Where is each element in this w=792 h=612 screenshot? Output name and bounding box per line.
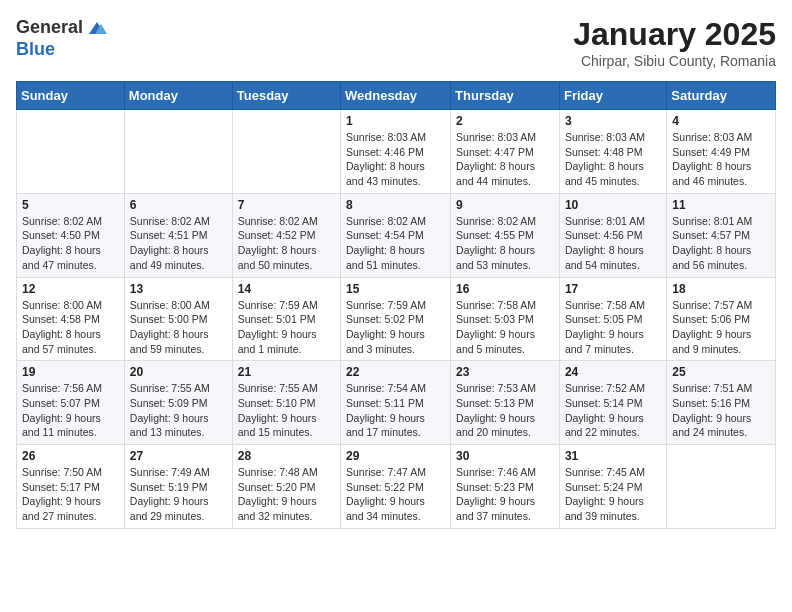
day-number: 23 (456, 365, 554, 379)
day-number: 21 (238, 365, 335, 379)
calendar-cell: 30Sunrise: 7:46 AM Sunset: 5:23 PM Dayli… (451, 445, 560, 529)
calendar-cell (17, 110, 125, 194)
calendar-cell: 1Sunrise: 8:03 AM Sunset: 4:46 PM Daylig… (341, 110, 451, 194)
calendar-week-row: 12Sunrise: 8:00 AM Sunset: 4:58 PM Dayli… (17, 277, 776, 361)
calendar-cell: 22Sunrise: 7:54 AM Sunset: 5:11 PM Dayli… (341, 361, 451, 445)
calendar-cell: 17Sunrise: 7:58 AM Sunset: 5:05 PM Dayli… (559, 277, 666, 361)
day-number: 1 (346, 114, 445, 128)
day-info: Sunrise: 8:02 AM Sunset: 4:51 PM Dayligh… (130, 214, 227, 273)
calendar-week-row: 5Sunrise: 8:02 AM Sunset: 4:50 PM Daylig… (17, 193, 776, 277)
day-info: Sunrise: 8:03 AM Sunset: 4:49 PM Dayligh… (672, 130, 770, 189)
calendar-cell: 25Sunrise: 7:51 AM Sunset: 5:16 PM Dayli… (667, 361, 776, 445)
calendar-cell: 29Sunrise: 7:47 AM Sunset: 5:22 PM Dayli… (341, 445, 451, 529)
weekday-header: Wednesday (341, 82, 451, 110)
day-number: 4 (672, 114, 770, 128)
day-info: Sunrise: 7:59 AM Sunset: 5:01 PM Dayligh… (238, 298, 335, 357)
calendar-cell (667, 445, 776, 529)
calendar-week-row: 26Sunrise: 7:50 AM Sunset: 5:17 PM Dayli… (17, 445, 776, 529)
day-info: Sunrise: 8:00 AM Sunset: 5:00 PM Dayligh… (130, 298, 227, 357)
day-info: Sunrise: 8:02 AM Sunset: 4:55 PM Dayligh… (456, 214, 554, 273)
day-number: 30 (456, 449, 554, 463)
calendar-cell: 18Sunrise: 7:57 AM Sunset: 5:06 PM Dayli… (667, 277, 776, 361)
calendar-cell: 8Sunrise: 8:02 AM Sunset: 4:54 PM Daylig… (341, 193, 451, 277)
day-info: Sunrise: 7:51 AM Sunset: 5:16 PM Dayligh… (672, 381, 770, 440)
calendar-cell: 15Sunrise: 7:59 AM Sunset: 5:02 PM Dayli… (341, 277, 451, 361)
logo: General Blue (16, 16, 109, 60)
day-number: 28 (238, 449, 335, 463)
calendar-cell: 7Sunrise: 8:02 AM Sunset: 4:52 PM Daylig… (232, 193, 340, 277)
calendar-cell: 12Sunrise: 8:00 AM Sunset: 4:58 PM Dayli… (17, 277, 125, 361)
day-number: 18 (672, 282, 770, 296)
day-info: Sunrise: 8:00 AM Sunset: 4:58 PM Dayligh… (22, 298, 119, 357)
weekday-header: Sunday (17, 82, 125, 110)
day-info: Sunrise: 8:02 AM Sunset: 4:50 PM Dayligh… (22, 214, 119, 273)
weekday-header: Monday (124, 82, 232, 110)
day-info: Sunrise: 7:56 AM Sunset: 5:07 PM Dayligh… (22, 381, 119, 440)
calendar-cell: 23Sunrise: 7:53 AM Sunset: 5:13 PM Dayli… (451, 361, 560, 445)
calendar-cell: 21Sunrise: 7:55 AM Sunset: 5:10 PM Dayli… (232, 361, 340, 445)
day-info: Sunrise: 7:47 AM Sunset: 5:22 PM Dayligh… (346, 465, 445, 524)
day-number: 25 (672, 365, 770, 379)
day-number: 9 (456, 198, 554, 212)
weekday-header: Tuesday (232, 82, 340, 110)
day-info: Sunrise: 7:54 AM Sunset: 5:11 PM Dayligh… (346, 381, 445, 440)
day-number: 8 (346, 198, 445, 212)
calendar-cell: 27Sunrise: 7:49 AM Sunset: 5:19 PM Dayli… (124, 445, 232, 529)
calendar-cell: 16Sunrise: 7:58 AM Sunset: 5:03 PM Dayli… (451, 277, 560, 361)
weekday-header: Friday (559, 82, 666, 110)
day-number: 26 (22, 449, 119, 463)
calendar-cell: 6Sunrise: 8:02 AM Sunset: 4:51 PM Daylig… (124, 193, 232, 277)
day-info: Sunrise: 7:50 AM Sunset: 5:17 PM Dayligh… (22, 465, 119, 524)
calendar-cell (232, 110, 340, 194)
day-number: 12 (22, 282, 119, 296)
calendar-cell: 11Sunrise: 8:01 AM Sunset: 4:57 PM Dayli… (667, 193, 776, 277)
calendar-header-row: SundayMondayTuesdayWednesdayThursdayFrid… (17, 82, 776, 110)
calendar-week-row: 1Sunrise: 8:03 AM Sunset: 4:46 PM Daylig… (17, 110, 776, 194)
day-number: 15 (346, 282, 445, 296)
day-number: 2 (456, 114, 554, 128)
day-info: Sunrise: 8:01 AM Sunset: 4:56 PM Dayligh… (565, 214, 661, 273)
calendar-cell: 10Sunrise: 8:01 AM Sunset: 4:56 PM Dayli… (559, 193, 666, 277)
day-info: Sunrise: 7:52 AM Sunset: 5:14 PM Dayligh… (565, 381, 661, 440)
day-info: Sunrise: 7:48 AM Sunset: 5:20 PM Dayligh… (238, 465, 335, 524)
day-info: Sunrise: 7:55 AM Sunset: 5:09 PM Dayligh… (130, 381, 227, 440)
day-number: 22 (346, 365, 445, 379)
day-number: 17 (565, 282, 661, 296)
day-info: Sunrise: 7:59 AM Sunset: 5:02 PM Dayligh… (346, 298, 445, 357)
logo-icon (85, 16, 109, 40)
calendar-cell: 13Sunrise: 8:00 AM Sunset: 5:00 PM Dayli… (124, 277, 232, 361)
day-number: 27 (130, 449, 227, 463)
calendar-cell: 31Sunrise: 7:45 AM Sunset: 5:24 PM Dayli… (559, 445, 666, 529)
calendar-cell: 24Sunrise: 7:52 AM Sunset: 5:14 PM Dayli… (559, 361, 666, 445)
calendar-cell: 9Sunrise: 8:02 AM Sunset: 4:55 PM Daylig… (451, 193, 560, 277)
weekday-header: Saturday (667, 82, 776, 110)
day-info: Sunrise: 8:03 AM Sunset: 4:48 PM Dayligh… (565, 130, 661, 189)
day-info: Sunrise: 8:02 AM Sunset: 4:54 PM Dayligh… (346, 214, 445, 273)
calendar-cell: 5Sunrise: 8:02 AM Sunset: 4:50 PM Daylig… (17, 193, 125, 277)
title-section: January 2025 Chirpar, Sibiu County, Roma… (573, 16, 776, 69)
day-number: 11 (672, 198, 770, 212)
day-info: Sunrise: 8:03 AM Sunset: 4:46 PM Dayligh… (346, 130, 445, 189)
logo-general-text: General (16, 18, 83, 38)
calendar-cell: 4Sunrise: 8:03 AM Sunset: 4:49 PM Daylig… (667, 110, 776, 194)
page-header: General Blue January 2025 Chirpar, Sibiu… (16, 16, 776, 69)
day-info: Sunrise: 8:02 AM Sunset: 4:52 PM Dayligh… (238, 214, 335, 273)
month-title: January 2025 (573, 16, 776, 53)
day-info: Sunrise: 7:53 AM Sunset: 5:13 PM Dayligh… (456, 381, 554, 440)
day-info: Sunrise: 8:03 AM Sunset: 4:47 PM Dayligh… (456, 130, 554, 189)
weekday-header: Thursday (451, 82, 560, 110)
day-number: 24 (565, 365, 661, 379)
day-info: Sunrise: 7:57 AM Sunset: 5:06 PM Dayligh… (672, 298, 770, 357)
day-info: Sunrise: 7:55 AM Sunset: 5:10 PM Dayligh… (238, 381, 335, 440)
day-info: Sunrise: 7:58 AM Sunset: 5:03 PM Dayligh… (456, 298, 554, 357)
calendar-cell: 20Sunrise: 7:55 AM Sunset: 5:09 PM Dayli… (124, 361, 232, 445)
location-text: Chirpar, Sibiu County, Romania (573, 53, 776, 69)
calendar-cell: 2Sunrise: 8:03 AM Sunset: 4:47 PM Daylig… (451, 110, 560, 194)
day-number: 31 (565, 449, 661, 463)
day-number: 3 (565, 114, 661, 128)
day-number: 20 (130, 365, 227, 379)
calendar-week-row: 19Sunrise: 7:56 AM Sunset: 5:07 PM Dayli… (17, 361, 776, 445)
calendar-table: SundayMondayTuesdayWednesdayThursdayFrid… (16, 81, 776, 529)
day-number: 5 (22, 198, 119, 212)
day-info: Sunrise: 7:45 AM Sunset: 5:24 PM Dayligh… (565, 465, 661, 524)
